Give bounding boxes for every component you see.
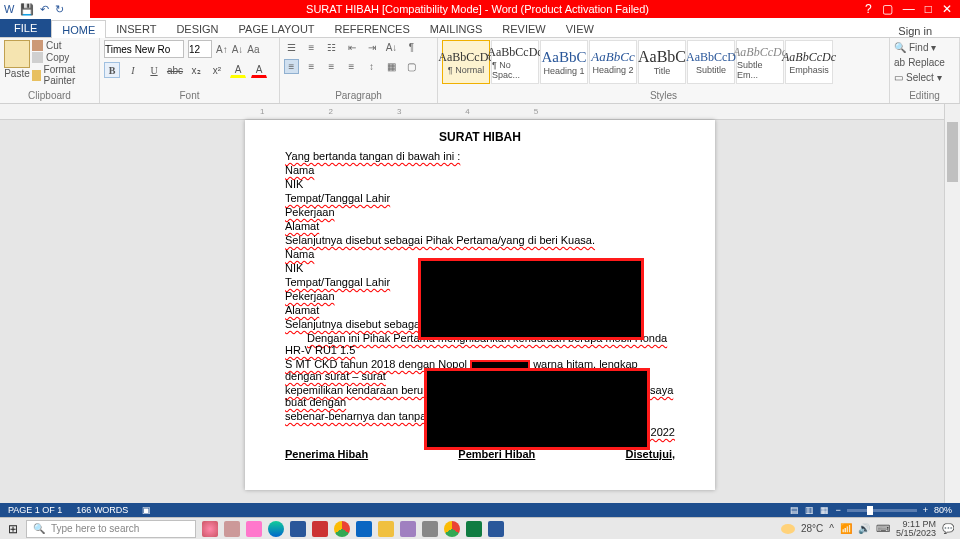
grow-font-icon[interactable]: A↑ bbox=[216, 44, 228, 55]
view-read-icon[interactable]: ▥ bbox=[805, 505, 814, 515]
inc-indent-icon[interactable]: ⇥ bbox=[364, 40, 379, 55]
bold-button[interactable]: B bbox=[104, 62, 120, 78]
underline-button[interactable]: U bbox=[146, 62, 162, 78]
ribbon-opts-icon[interactable]: ▢ bbox=[882, 2, 893, 16]
app-icon[interactable] bbox=[202, 521, 218, 537]
weather-temp[interactable]: 28°C bbox=[801, 523, 823, 534]
store-icon[interactable] bbox=[290, 521, 306, 537]
view-web-icon[interactable]: ▦ bbox=[820, 505, 829, 515]
explorer-icon[interactable] bbox=[378, 521, 394, 537]
proofing-icon[interactable]: ▣ bbox=[142, 505, 151, 515]
align-left-icon[interactable]: ≡ bbox=[284, 59, 299, 74]
style-subtle-em[interactable]: AaBbCcDcSubtle Em... bbox=[736, 40, 784, 84]
multilevel-icon[interactable]: ☷ bbox=[324, 40, 339, 55]
volume-icon[interactable]: 🔊 bbox=[858, 523, 870, 534]
sign-in[interactable]: Sign in bbox=[898, 25, 960, 37]
zoom-out-icon[interactable]: − bbox=[835, 505, 840, 515]
copy-button[interactable]: Copy bbox=[32, 52, 95, 63]
zoom-thumb[interactable] bbox=[867, 506, 873, 515]
paste-button[interactable]: Paste bbox=[4, 68, 30, 79]
app-icon[interactable] bbox=[312, 521, 328, 537]
close-icon[interactable]: ✕ bbox=[942, 2, 952, 16]
zoom-in-icon[interactable]: + bbox=[923, 505, 928, 515]
subscript-button[interactable]: x₂ bbox=[188, 62, 204, 78]
sort-icon[interactable]: A↓ bbox=[384, 40, 399, 55]
bullets-icon[interactable]: ☰ bbox=[284, 40, 299, 55]
clock[interactable]: 9:11 PM 5/15/2023 bbox=[896, 520, 936, 538]
shrink-font-icon[interactable]: A↓ bbox=[232, 44, 244, 55]
app-icon[interactable] bbox=[422, 521, 438, 537]
edge-icon[interactable] bbox=[268, 521, 284, 537]
app-icon[interactable] bbox=[246, 521, 262, 537]
tab-file[interactable]: FILE bbox=[0, 19, 51, 37]
superscript-button[interactable]: x² bbox=[209, 62, 225, 78]
style-heading2[interactable]: AaBbCcHeading 2 bbox=[589, 40, 637, 84]
view-print-icon[interactable]: ▤ bbox=[790, 505, 799, 515]
zoom-slider[interactable] bbox=[847, 509, 917, 512]
dec-indent-icon[interactable]: ⇤ bbox=[344, 40, 359, 55]
strike-button[interactable]: abc bbox=[167, 62, 183, 78]
font-color-button[interactable]: A bbox=[251, 62, 267, 78]
numbering-icon[interactable]: ≡ bbox=[304, 40, 319, 55]
format-painter-button[interactable]: Format Painter bbox=[32, 64, 95, 86]
tray-chevron-icon[interactable]: ^ bbox=[829, 523, 834, 534]
font-size-input[interactable] bbox=[188, 40, 212, 58]
line-spacing-icon[interactable]: ↕ bbox=[364, 59, 379, 74]
taskbar-search[interactable]: 🔍 Type here to search bbox=[26, 520, 196, 538]
zoom-level[interactable]: 80% bbox=[934, 505, 952, 515]
style-heading1[interactable]: AaBbCHeading 1 bbox=[540, 40, 588, 84]
borders-icon[interactable]: ▢ bbox=[404, 59, 419, 74]
style-nospacing[interactable]: AaBbCcDc¶ No Spac... bbox=[491, 40, 539, 84]
start-button[interactable]: ⊞ bbox=[0, 522, 26, 536]
horizontal-ruler[interactable]: 1 2 3 4 5 bbox=[0, 104, 944, 120]
page-indicator[interactable]: PAGE 1 OF 1 bbox=[8, 505, 62, 515]
tab-design[interactable]: DESIGN bbox=[166, 20, 228, 37]
find-button[interactable]: 🔍 Find ▾ bbox=[894, 40, 955, 55]
replace-button[interactable]: ab Replace bbox=[894, 55, 955, 70]
align-right-icon[interactable]: ≡ bbox=[324, 59, 339, 74]
tab-review[interactable]: REVIEW bbox=[492, 20, 555, 37]
shading-icon[interactable]: ▦ bbox=[384, 59, 399, 74]
highlight-button[interactable]: A bbox=[230, 62, 246, 78]
italic-button[interactable]: I bbox=[125, 62, 141, 78]
maximize-icon[interactable]: □ bbox=[925, 2, 932, 16]
cut-button[interactable]: Cut bbox=[32, 40, 95, 51]
chrome-icon[interactable] bbox=[334, 521, 350, 537]
tab-home[interactable]: HOME bbox=[51, 20, 106, 38]
change-case-icon[interactable]: Aa bbox=[247, 44, 259, 55]
word-count[interactable]: 166 WORDS bbox=[76, 505, 128, 515]
tab-view[interactable]: VIEW bbox=[556, 20, 604, 37]
tab-references[interactable]: REFERENCES bbox=[325, 20, 420, 37]
style-title[interactable]: AaBbCTitle bbox=[638, 40, 686, 84]
justify-icon[interactable]: ≡ bbox=[344, 59, 359, 74]
select-button[interactable]: ▭ Select ▾ bbox=[894, 70, 955, 85]
excel-icon[interactable] bbox=[466, 521, 482, 537]
tab-insert[interactable]: INSERT bbox=[106, 20, 166, 37]
app-icon[interactable] bbox=[400, 521, 416, 537]
notifications-icon[interactable]: 💬 bbox=[942, 523, 954, 534]
chrome2-icon[interactable] bbox=[444, 521, 460, 537]
tab-mailings[interactable]: MAILINGS bbox=[420, 20, 493, 37]
help-icon[interactable]: ? bbox=[865, 2, 872, 16]
paste-icon[interactable] bbox=[4, 40, 30, 68]
word-icon[interactable] bbox=[488, 521, 504, 537]
font-name-input[interactable] bbox=[104, 40, 184, 58]
style-subtitle[interactable]: AaBbCcDSubtitle bbox=[687, 40, 735, 84]
weather-icon[interactable] bbox=[781, 524, 795, 534]
align-center-icon[interactable]: ≡ bbox=[304, 59, 319, 74]
tab-page-layout[interactable]: PAGE LAYOUT bbox=[229, 20, 325, 37]
styles-gallery[interactable]: AaBbCcDc¶ Normal AaBbCcDc¶ No Spac... Aa… bbox=[442, 40, 885, 84]
show-marks-icon[interactable]: ¶ bbox=[404, 40, 419, 55]
minimize-icon[interactable]: — bbox=[903, 2, 915, 16]
save-icon[interactable]: 💾 bbox=[20, 3, 34, 16]
style-emphasis[interactable]: AaBbCcDcEmphasis bbox=[785, 40, 833, 84]
app-icon[interactable] bbox=[224, 521, 240, 537]
scroll-thumb[interactable] bbox=[947, 122, 958, 182]
redo-icon[interactable]: ↻ bbox=[55, 3, 64, 16]
style-normal[interactable]: AaBbCcDc¶ Normal bbox=[442, 40, 490, 84]
mail-icon[interactable] bbox=[356, 521, 372, 537]
lang-icon[interactable]: ⌨ bbox=[876, 523, 890, 534]
wifi-icon[interactable]: 📶 bbox=[840, 523, 852, 534]
vertical-scrollbar[interactable] bbox=[944, 104, 960, 503]
undo-icon[interactable]: ↶ bbox=[40, 3, 49, 16]
